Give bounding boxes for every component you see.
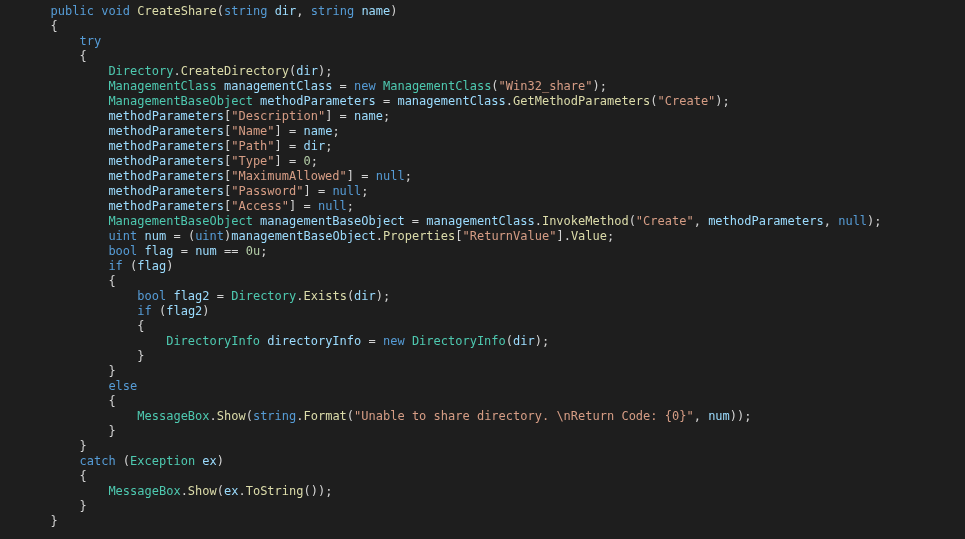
kw-catch: catch (79, 454, 115, 468)
method-name: CreateShare (137, 4, 216, 18)
kw-else: else (108, 379, 137, 393)
kw-void: void (101, 4, 130, 18)
kw-try: try (79, 34, 101, 48)
code-block: public void CreateShare(string dir, stri… (0, 0, 965, 529)
kw-public: public (51, 4, 94, 18)
